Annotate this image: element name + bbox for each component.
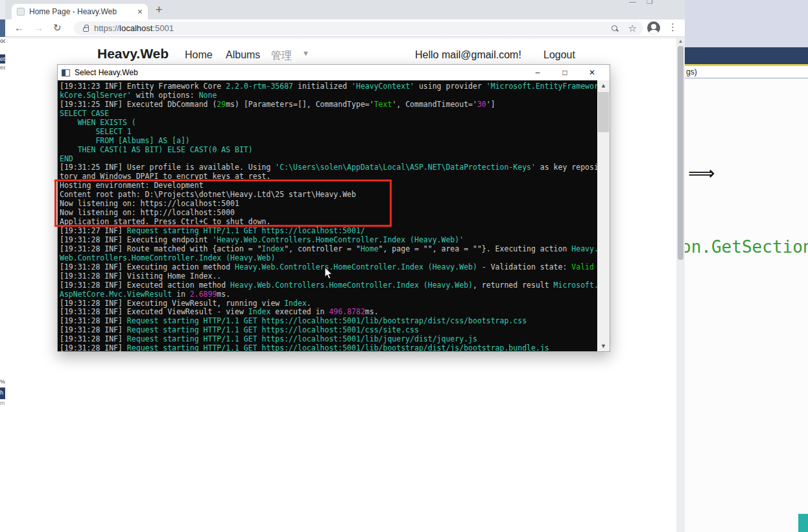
scrollbar-up-icon[interactable]: ▲: [676, 38, 685, 44]
console-line: WHEN EXISTS (: [60, 119, 597, 128]
url-scheme: https://: [94, 23, 119, 33]
code-text: on.GetSection(: [681, 237, 808, 257]
console-line: [19:31:25 INF] User profile is available…: [60, 163, 597, 172]
toolbar-shadow: [5, 37, 676, 40]
left-sliver-text: h: [0, 387, 5, 399]
reload-button[interactable]: ↻: [53, 21, 62, 34]
nav-link-admin[interactable]: 管理: [271, 49, 292, 63]
console-line: [19:31:25 INF] Executed DbCommand (29ms)…: [60, 100, 597, 110]
console-line: [19:31:28 INF] Executed ViewResult - vie…: [60, 308, 597, 317]
browser-tab-strip: Home Page - Heavy.Web × + — ❐: [5, 0, 685, 19]
editor-fragment-gs: gs): [686, 67, 697, 76]
editor-code-fragment: on.GetSection(": [681, 237, 808, 257]
url-port: :5001: [152, 23, 174, 33]
editor-text-fragment-row: gs): [685, 66, 808, 78]
site-brand[interactable]: Heavy.Web: [97, 46, 169, 62]
address-bar[interactable]: https://localhost:5001 ☆: [74, 21, 643, 35]
tab-title: Home Page - Heavy.Web: [29, 7, 134, 16]
console-title: Select Heavy.Web: [75, 68, 138, 77]
zoom-icon[interactable]: [612, 25, 618, 32]
left-sliver-text: oc: [0, 38, 5, 44]
console-scroll-thumb[interactable]: [598, 92, 609, 132]
left-sliver-text: et: [0, 54, 5, 64]
url-host: localhost: [119, 23, 152, 33]
console-line: AspNetCore.Mvc.ViewResult in 2.6899ms.: [60, 290, 597, 299]
console-line: SELECT 1: [60, 128, 597, 137]
console-line: [19:31:28 INF] Request starting HTTP/1.1…: [60, 317, 597, 326]
left-sliver-text: ea: [0, 64, 5, 71]
console-line: SELECT CASE: [60, 110, 597, 119]
lock-icon: [83, 27, 89, 32]
console-line: [19:31:28 INF] Request starting HTTP/1.1…: [60, 326, 597, 335]
console-app-icon: [62, 69, 70, 76]
left-sliver-band: [0, 0, 5, 19]
console-line: [19:31:28 INF] Request starting HTTP/1.1…: [60, 335, 597, 344]
console-line: THEN CAST(1 AS BIT) ELSE CAST(0 AS BIT): [60, 146, 597, 155]
browser-menu-icon[interactable]: ⋮: [668, 21, 678, 33]
console-line: [19:31:28 INF] Executing endpoint 'Heavy…: [60, 236, 597, 245]
console-scroll-down-icon[interactable]: ▼: [597, 343, 610, 349]
background-editor-window: gs) ⟹ on.GetSection(": [685, 0, 808, 532]
console-minimize-button[interactable]: –: [524, 65, 551, 80]
console-line: [19:31:28 INF] Request starting HTTP/1.1…: [60, 344, 597, 351]
console-line: [19:31:28 INF] Executing ViewResult, run…: [60, 299, 597, 308]
console-line: [19:31:27 INF] Request starting HTTP/1.1…: [60, 227, 597, 236]
console-line: Web.Controllers.HomeController.Index (He…: [60, 254, 597, 263]
scrollbar-thumb[interactable]: [678, 46, 683, 260]
console-line: [19:31:28 INF] Route matched with {actio…: [60, 245, 597, 254]
browser-tab[interactable]: Home Page - Heavy.Web ×: [12, 4, 148, 19]
screen: gs) ⟹ on.GetSection(" oc et ea % h m Hom…: [0, 0, 808, 532]
console-line: kCore.SqlServer' with options: None: [60, 91, 597, 100]
url-text: https://localhost:5001: [94, 23, 174, 33]
console-line: END: [60, 155, 597, 164]
window-minimize-icon[interactable]: —: [629, 0, 636, 4]
forward-button[interactable]: →: [34, 21, 43, 34]
red-annotation-box: [54, 179, 392, 227]
left-sliver-text: m: [0, 400, 5, 406]
teal-corner-block: [798, 514, 808, 532]
editor-navy-band: [685, 47, 808, 64]
user-greeting[interactable]: Hello mail@gmail.com!: [415, 49, 521, 61]
editor-arrow-glyph: ⟹: [688, 162, 715, 184]
nav-link-home[interactable]: Home: [185, 49, 213, 61]
background-left-window-sliver: oc et ea % h m: [0, 0, 5, 532]
console-scroll-up-icon[interactable]: ▲: [597, 82, 610, 89]
console-close-button[interactable]: ✕: [578, 65, 606, 80]
logout-link[interactable]: Logout: [543, 49, 575, 61]
profile-avatar-icon[interactable]: [647, 21, 660, 34]
editor-top-band: [685, 0, 808, 47]
window-maximize-icon[interactable]: ❐: [647, 0, 653, 4]
new-tab-button[interactable]: +: [156, 3, 163, 17]
console-title-bar[interactable]: Select Heavy.Web – □ ✕: [58, 65, 610, 80]
console-line: [19:31:23 INF] Entity Framework Core 2.2…: [60, 82, 597, 91]
browser-toolbar: ← → ↻ https://localhost:5001 ☆ ⋮: [5, 19, 685, 37]
mouse-cursor-icon: [324, 267, 333, 283]
console-scrollbar[interactable]: ▲ ▼: [597, 80, 610, 351]
page-scrollbar[interactable]: ▲: [676, 37, 685, 532]
console-maximize-button[interactable]: □: [551, 65, 578, 80]
console-line: FROM [Albums] AS [a]): [60, 137, 597, 146]
left-sliver-blue-block: [0, 19, 5, 37]
left-sliver-text: %: [0, 378, 5, 385]
admin-dropdown-caret-icon[interactable]: ▼: [302, 49, 309, 57]
bookmark-star-icon[interactable]: ☆: [628, 23, 637, 33]
tab-favicon-icon: [17, 8, 25, 16]
back-button[interactable]: ←: [14, 21, 24, 34]
nav-link-albums[interactable]: Albums: [226, 49, 260, 61]
tab-close-icon[interactable]: ×: [137, 7, 143, 16]
